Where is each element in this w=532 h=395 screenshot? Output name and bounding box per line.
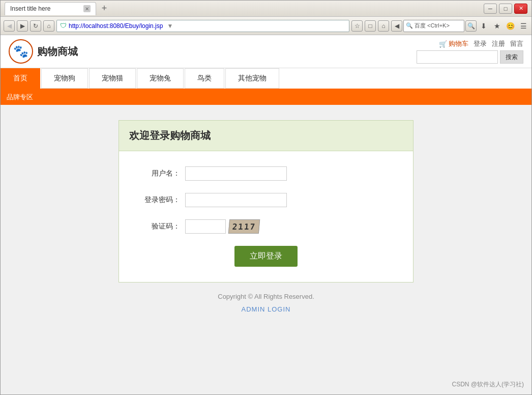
cart-link[interactable]: 🛒 购物车	[439, 39, 468, 48]
captcha-row: 验证码： 2117	[139, 219, 393, 234]
dropdown-icon: ▼	[167, 22, 173, 30]
captcha-value: 2117	[232, 222, 256, 232]
site-name: 购物商城	[37, 45, 78, 59]
window-controls: ─ □ ✕	[484, 4, 527, 14]
login-title: 欢迎登录购物商城	[129, 130, 211, 141]
security-icon: 🛡	[60, 22, 67, 30]
search-area: 搜索	[417, 50, 523, 64]
username-row: 用户名：	[139, 166, 393, 181]
site-footer: Copyright © All Rights Reserved. ADMIN L…	[208, 283, 324, 324]
search-bar-area: ◀ 🔍 百度 <Ctrl+K> 🔍	[391, 20, 477, 32]
tab-other-pets[interactable]: 其他宠物	[225, 68, 279, 89]
address-bar[interactable]: 🛡 http://localhost:8080/Ebuy/login.jsp ▼	[56, 20, 349, 32]
nav-tabs: 首页 宠物狗 宠物猫 宠物兔 鸟类 其他宠物	[1, 68, 531, 90]
browser-tab[interactable]: Insert title here ✕	[5, 2, 96, 15]
tab-pet-rabbit[interactable]: 宠物兔	[137, 68, 184, 89]
logo-circle: 🐾	[9, 39, 33, 64]
search-button[interactable]: 搜索	[500, 50, 523, 64]
title-bar: Insert title here ✕ + ─ □ ✕	[1, 1, 531, 17]
cart-icon: 🛒	[439, 40, 447, 48]
header-links: 🛒 购物车 登录 注册 留言	[439, 39, 523, 48]
captcha-image[interactable]: 2117	[228, 219, 260, 234]
forward-button[interactable]: ▶	[17, 20, 28, 32]
restore-button[interactable]: □	[499, 4, 512, 14]
nav-back-btn2[interactable]: ◀	[391, 20, 402, 32]
main-content: 欢迎登录购物商城 用户名： 登录密码： 验证码：	[1, 105, 531, 339]
download-icon[interactable]: ⬇	[479, 21, 489, 31]
submit-button[interactable]: 立即登录	[234, 246, 298, 267]
minimize-button[interactable]: ─	[484, 4, 497, 14]
back-button[interactable]: ◀	[4, 20, 15, 32]
username-label: 用户名：	[139, 169, 180, 178]
submit-row: 立即登录	[139, 246, 393, 267]
password-input[interactable]	[185, 193, 287, 207]
page-content: 🐾 购物商城 🛒 购物车 登录 注册 留言 搜索	[1, 35, 531, 394]
login-body: 用户名： 登录密码： 验证码： 2117	[119, 151, 413, 282]
tab-birds[interactable]: 鸟类	[185, 68, 224, 89]
orange-banner: 品牌专区	[1, 90, 531, 105]
user-icon[interactable]: 😊	[505, 21, 515, 31]
footer-copyright: Copyright © All Rights Reserved.	[218, 293, 314, 300]
close-tab-button[interactable]: ✕	[83, 5, 91, 12]
header-right: 🛒 购物车 登录 注册 留言 搜索	[417, 39, 523, 64]
star-button[interactable]: ☆	[351, 20, 363, 32]
site-header: 🐾 购物商城 🛒 购物车 登录 注册 留言 搜索	[1, 35, 531, 68]
message-link[interactable]: 留言	[510, 39, 523, 48]
search-submit-btn[interactable]: 🔍	[465, 20, 477, 32]
login-link[interactable]: 登录	[474, 39, 487, 48]
register-link[interactable]: 注册	[492, 39, 505, 48]
navigation-bar: ◀ ▶ ↻ ⌂ 🛡 http://localhost:8080/Ebuy/log…	[1, 17, 531, 35]
baidu-label: 🔍 百度 <Ctrl+K>	[406, 22, 450, 30]
captcha-area: 2117	[185, 219, 259, 234]
toolbar-extra-icons: ⬇ ★ 😊 ☰	[479, 21, 528, 31]
bookmark-button[interactable]: □	[365, 20, 376, 32]
tab-home[interactable]: 首页	[1, 68, 40, 89]
password-row: 登录密码：	[139, 193, 393, 207]
star-filled-icon[interactable]: ★	[492, 21, 502, 31]
watermark: CSDN @软件达人(学习社)	[452, 380, 524, 389]
menu-icon[interactable]: ☰	[518, 21, 528, 31]
username-input[interactable]	[185, 166, 287, 181]
cart-label: 购物车	[449, 39, 468, 48]
reload-button[interactable]: ↻	[30, 20, 41, 32]
captcha-input[interactable]	[185, 219, 226, 234]
banner-text: 品牌专区	[7, 93, 33, 101]
address-text: http://localhost:8080/Ebuy/login.jsp	[69, 22, 163, 30]
captcha-label: 验证码：	[139, 222, 180, 231]
tab-title: Insert title here	[10, 5, 50, 12]
tab-pet-dog[interactable]: 宠物狗	[41, 68, 88, 89]
tab-pet-cat[interactable]: 宠物猫	[89, 68, 136, 89]
nav-home-button[interactable]: ⌂	[378, 20, 389, 32]
login-header: 欢迎登录购物商城	[119, 121, 413, 151]
search-nav-input[interactable]: 🔍 百度 <Ctrl+K>	[403, 20, 464, 32]
password-label: 登录密码：	[139, 195, 180, 205]
logo-icon: 🐾	[13, 44, 28, 59]
home-button[interactable]: ⌂	[43, 20, 54, 32]
logo-area: 🐾 购物商城	[9, 39, 78, 64]
login-box: 欢迎登录购物商城 用户名： 登录密码： 验证码：	[119, 120, 413, 283]
admin-login-link[interactable]: ADMIN LOGIN	[242, 305, 291, 313]
search-input[interactable]	[417, 50, 498, 64]
new-tab-button[interactable]: +	[98, 3, 110, 15]
close-window-button[interactable]: ✕	[514, 4, 527, 14]
